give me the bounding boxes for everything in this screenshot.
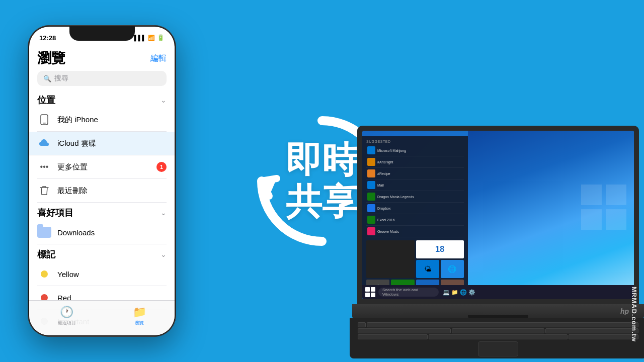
icloud-item[interactable]: iCloud 雲碟 (29, 132, 175, 155)
icloud-label: iCloud 雲碟 (57, 139, 167, 148)
app-name: Excel 2016 (377, 218, 395, 222)
more-locations-item[interactable]: ••• 更多位置 1 (37, 155, 167, 179)
my-iphone-item[interactable]: 我的 iPhone (37, 108, 167, 132)
app-name: Dragon Mania Legends (377, 195, 414, 199)
taskbar-search-text: Search the web and Windows (382, 288, 435, 297)
tile-xbox[interactable]: 🎮 (391, 280, 414, 285)
recent-tab-label: 最近項目 (58, 320, 76, 326)
svg-rect-1 (43, 123, 46, 124)
watermark: MRMAD.com.tw (630, 287, 638, 342)
laptop-screen-part: Suggested Microsoft Mahjong #Afterlight (357, 126, 639, 304)
taskbar-search[interactable]: Search the web and Windows (378, 288, 439, 297)
files-header: 瀏覽 編輯 (37, 45, 167, 71)
svg-rect-5 (606, 209, 626, 230)
status-time: 12:28 (39, 34, 56, 42)
trash-icon (37, 184, 51, 198)
hp-logo: hp (620, 307, 629, 315)
notification-badge: 1 (156, 162, 167, 172)
app-icon (367, 181, 375, 189)
tile-minecraft[interactable]: ⛏ (441, 280, 464, 285)
taskbar-icons: 💻 📁 🌐 ⚙️ (443, 289, 475, 296)
downloads-label: Downloads (57, 228, 167, 237)
app-name: Dropbox (377, 207, 390, 210)
app-name: Microsoft Mahjong (377, 149, 406, 152)
tile-3[interactable]: ⚙️ (366, 280, 389, 285)
locations-section-header: 位置 ⌄ (37, 94, 167, 106)
app-name: #Afterlight (377, 160, 393, 164)
downloads-item[interactable]: Downloads (37, 221, 167, 244)
browse-tab[interactable]: 📁 瀏覽 (133, 306, 146, 326)
app-icon (367, 169, 375, 177)
tile-ps[interactable]: Ps (416, 280, 439, 285)
browse-tab-label: 瀏覽 (135, 320, 144, 326)
my-iphone-label: 我的 iPhone (57, 115, 167, 125)
favorites-section-header: 喜好項目 ⌄ (37, 207, 167, 219)
recent-tab[interactable]: 🕐 最近項目 (58, 306, 76, 326)
files-title: 瀏覽 (37, 49, 65, 68)
app-item-mail[interactable]: Mail (366, 179, 464, 191)
app-icon (367, 204, 375, 212)
signal-icon: ▌▌▌ (134, 35, 146, 41)
iphone-notch (69, 27, 135, 41)
favorites-chevron: ⌄ (160, 209, 167, 217)
folder-icon (37, 225, 51, 239)
iphone-mockup: 12:28 ▌▌▌ 📶 🔋 瀏覽 編輯 🔍 搜尋 (28, 25, 176, 337)
app-item-afterlight[interactable]: #Afterlight (366, 156, 464, 168)
app-item-excel[interactable]: Excel 2016 (366, 214, 464, 226)
app-icon (367, 216, 375, 224)
app-name: #Recipe (377, 172, 390, 175)
laptop-base: hp (352, 304, 644, 318)
phone-icon (37, 113, 51, 127)
tile-edge[interactable]: 🌐 (441, 260, 464, 278)
tile-people[interactable] (366, 240, 415, 278)
files-app-content: 瀏覽 編輯 🔍 搜尋 位置 ⌄ (29, 45, 175, 333)
tile-weather[interactable]: 🌤 (416, 260, 439, 278)
iphone-body: 12:28 ▌▌▌ 📶 🔋 瀏覽 編輯 🔍 搜尋 (28, 25, 176, 337)
tile-grid: 18 🌤 🌐 ⚙️ 🎮 Ps ⛏ N 💬 🛒 📊 (366, 240, 464, 285)
edit-button[interactable]: 編輯 (150, 53, 167, 64)
browse-icon: 📁 (133, 306, 146, 319)
favorites-title: 喜好項目 (37, 207, 73, 219)
laptop-screen: Suggested Microsoft Mahjong #Afterlight (362, 131, 634, 299)
app-list: Microsoft Mahjong #Afterlight #Recipe (366, 145, 464, 237)
tile-calendar[interactable]: 18 (416, 240, 464, 258)
app-icon (367, 227, 375, 235)
app-item-dragon[interactable]: Dragon Mania Legends (366, 191, 464, 203)
clock-icon: 🕐 (60, 306, 73, 319)
app-icon (367, 193, 375, 201)
search-icon: 🔍 (43, 75, 51, 82)
iphone-screen: 12:28 ▌▌▌ 📶 🔋 瀏覽 編輯 🔍 搜尋 (29, 27, 175, 335)
start-menu: Suggested Microsoft Mahjong #Afterlight (362, 136, 468, 285)
status-icons: ▌▌▌ 📶 🔋 (134, 34, 165, 41)
search-bar[interactable]: 🔍 搜尋 (37, 71, 167, 86)
more-locations-label: 更多位置 (57, 162, 150, 172)
app-item-dropbox[interactable]: Dropbox (366, 203, 464, 214)
yellow-tag-icon (37, 267, 51, 281)
app-icon (367, 158, 375, 166)
svg-rect-4 (581, 209, 602, 230)
app-item-recipe[interactable]: #Recipe (366, 168, 464, 179)
svg-rect-3 (606, 185, 626, 205)
yellow-tag-item[interactable]: Yellow (37, 262, 167, 286)
search-placeholder: 搜尋 (54, 74, 68, 83)
app-name: Mail (377, 184, 384, 187)
wifi-icon: 📶 (148, 35, 155, 41)
tags-title: 標記 (37, 248, 55, 260)
windows-screen: Suggested Microsoft Mahjong #Afterlight (362, 131, 634, 299)
tags-section-header: 標記 ⌄ (37, 248, 167, 260)
recently-deleted-label: 最近刪除 (57, 186, 167, 196)
taskbar: Search the web and Windows 💻 📁 🌐 ⚙️ (362, 285, 634, 299)
app-item-mahjong[interactable]: Microsoft Mahjong (366, 145, 464, 156)
app-icon (367, 146, 375, 154)
tags-chevron: ⌄ (160, 250, 167, 258)
more-icon: ••• (37, 160, 51, 174)
start-button[interactable] (365, 287, 375, 297)
suggested-label: Suggested (366, 140, 464, 143)
app-item-groove[interactable]: Groove Music (366, 226, 464, 237)
recently-deleted-item[interactable]: 最近刪除 (37, 179, 167, 203)
app-name: Groove Music (377, 230, 399, 233)
cloud-icon (37, 136, 51, 150)
laptop-keyboard (350, 318, 644, 358)
laptop-mockup: Suggested Microsoft Mahjong #Afterlight (342, 126, 644, 357)
battery-icon: 🔋 (157, 34, 165, 41)
